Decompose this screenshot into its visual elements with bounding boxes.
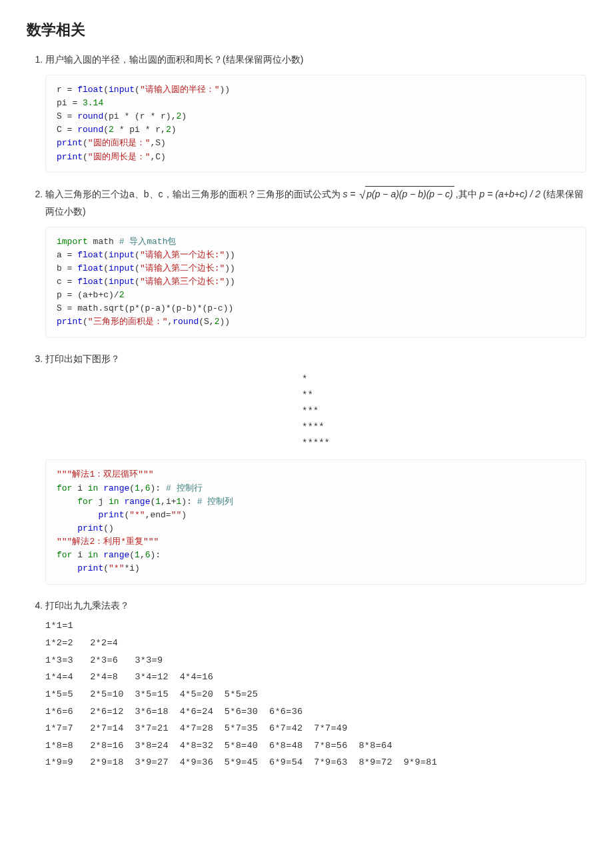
question-3: 打印出如下图形？ * ** *** **** ***** """解法1：双层循环…	[45, 351, 586, 585]
q1-code: r = float(input("请输入圆的半径：")) pi = 3.14 S…	[45, 75, 586, 173]
question-1: 用户输入圆的半径，输出圆的面积和周长？(结果保留两位小数) r = float(…	[45, 52, 586, 173]
page-heading: 数学相关	[27, 20, 586, 40]
q2-formula-s: s =	[342, 189, 358, 199]
question-2: 输入三角形的三个边a、b、c，输出三角形的面积？三角形的面试公式为 s = √p…	[45, 186, 586, 338]
sqrt-icon: √	[359, 189, 365, 201]
q2-code: import math # 导入math包 a = float(input("请…	[45, 227, 586, 338]
q2-mid: ,其中	[456, 189, 480, 199]
q3-text: 打印出如下图形？	[45, 353, 120, 364]
q1-text: 用户输入圆的半径，输出圆的面积和周长？(结果保留两位小数)	[45, 54, 303, 65]
question-4: 打印出九九乘法表？ 1*1=1 1*2=2 2*2=4 1*3=3 2*3=6 …	[45, 598, 586, 772]
q2-text: 输入三角形的三个边a、b、c，输出三角形的面积？三角形的面试公式为 s = √p…	[45, 189, 584, 217]
q4-text: 打印出九九乘法表？	[45, 600, 129, 611]
sqrt-expression: √p(p − a)(p − b)(p − c)	[359, 186, 454, 204]
q3-pattern-inner: * ** *** **** *****	[302, 372, 330, 451]
q3-code: """解法1：双层循环""" for i in range(1,6): # 控制…	[45, 459, 586, 584]
q3-pattern: * ** *** **** *****	[45, 372, 586, 451]
q2-formula-p: p = (a+b+c) / 2	[480, 189, 540, 199]
sqrt-body: p(p − a)(p − b)(p − c)	[365, 186, 454, 203]
q4-table: 1*1=1 1*2=2 2*2=4 1*3=3 2*3=6 3*3=9 1*4=…	[45, 617, 586, 771]
q2-pre: 输入三角形的三个边a、b、c，输出三角形的面积？三角形的面试公式为	[45, 189, 342, 199]
